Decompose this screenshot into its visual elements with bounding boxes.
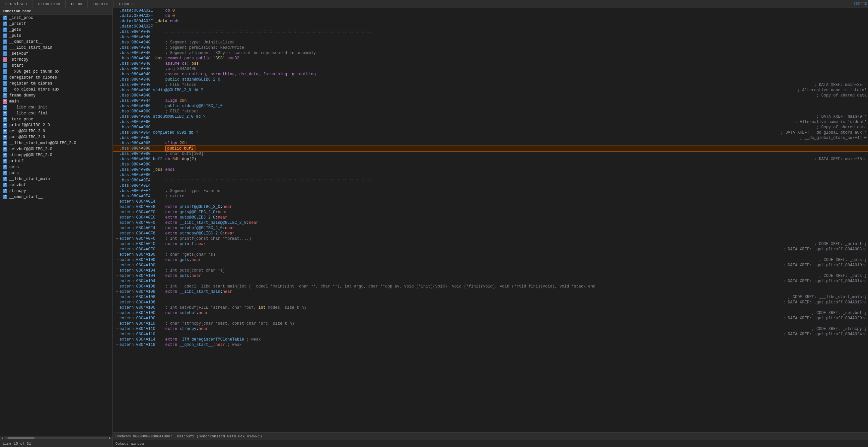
code-line: extern:0804A0FC; DATA XREF: .got.plt:off… <box>113 247 868 252</box>
line-address: .bss:0804A065 <box>119 140 163 146</box>
function-item[interactable]: fgets@@GLIBC_2.0 <box>0 128 113 134</box>
line-content: public stdin@@GLIBC_2_0 <box>165 77 867 82</box>
code-line: .data:0804A02Fdb 0 <box>113 13 868 19</box>
code-line: .bss:0804A060public stdout@@GLIBC_2_0 <box>113 103 868 109</box>
code-line: extern:0804A110; char *strncpy(char *des… <box>113 321 868 326</box>
line-address: .data:0804A02F <box>119 24 163 29</box>
panel-scrollbar[interactable]: ◀ ▶ <box>0 436 113 440</box>
function-list[interactable]: f_init_procf_printff_getsf_putsf__qmon_s… <box>0 15 113 436</box>
function-label: __x86_get_pc_thunk_bx <box>9 69 59 74</box>
tab-structures[interactable]: Structures <box>33 0 66 8</box>
line-content: ; char *strncpy(char *dest, const char *… <box>165 321 867 326</box>
line-address: extern:0804A0EC <box>119 215 163 220</box>
line-comment: ; DATA XREF: main+9↑r <box>816 114 867 119</box>
code-line: .bss:0804A080 buf2db 64h dup(?); DATA XR… <box>113 157 868 162</box>
function-item[interactable]: f___libc_csu_fini <box>0 110 113 117</box>
function-item[interactable]: fsetvbuf@@GLIBC_2.0 <box>0 146 113 152</box>
code-line: →extern:0804A10Cextrn setvbuf:near; CODE… <box>113 310 868 316</box>
code-line: .bss:0804A0E4; :::::::::::::::::::::::::… <box>113 178 868 183</box>
line-content: extrn puts@@GLIBC_2_0:near <box>165 215 867 220</box>
left-status: Line 15 of 31 <box>0 440 113 447</box>
code-line: .data:0804A02F _dataends <box>113 19 868 24</box>
function-item[interactable]: f_strncpy <box>0 57 113 63</box>
function-item[interactable]: fregister_tm_clones <box>0 81 113 87</box>
line-content: ; char buf2[100] <box>165 151 867 157</box>
line-comment: ; CODE XREF: _gets↑j <box>819 257 867 263</box>
line-address: extern:0804A104 <box>119 268 163 273</box>
tab-enums[interactable]: Enums <box>66 0 88 8</box>
function-item[interactable]: f__libc_start_main@@GLIBC_2.0 <box>0 140 113 146</box>
code-line: .bss:0804A040; FILE *stdin; DATA XREF: m… <box>113 82 868 88</box>
function-item[interactable]: f__qmon_start__ <box>0 39 113 45</box>
line-content: ; Segment type: Uninitialized <box>165 40 867 45</box>
code-line: .bss:0804A040assume es:nothing, ss:nothi… <box>113 72 868 77</box>
line-content: ; int setvbuf(FILE *stream, char *buf, i… <box>165 305 867 310</box>
code-line: extern:0804A0F0extrn __libc_start_main@@… <box>113 220 868 225</box>
function-item[interactable]: f_puts <box>0 33 113 39</box>
line-content: extrn gets:near <box>165 257 812 263</box>
line-address: .bss:0804A040 <box>119 72 163 77</box>
function-item[interactable]: f__libc_start_main <box>0 176 113 182</box>
tab-exports[interactable]: Exports <box>114 0 140 8</box>
function-item[interactable]: f_gets <box>0 27 113 33</box>
function-item[interactable]: f_setvbuf <box>0 51 113 57</box>
function-item[interactable]: fputs@@GLIBC_2.0 <box>0 134 113 140</box>
line-address: .bss:0804A040 <box>119 34 163 40</box>
line-content: align 20h <box>165 140 867 146</box>
function-item[interactable]: fprintf <box>0 158 113 164</box>
function-label: printf <box>9 159 24 163</box>
scroll-thumb[interactable] <box>8 437 34 439</box>
line-content: assume es:nothing, ss:nothing, ds:_data,… <box>165 72 867 77</box>
code-line: .bss:0804A040; Segment alignment `32byte… <box>113 51 868 56</box>
function-item[interactable]: fframe_dummy <box>0 93 113 98</box>
line-address: .bss:0804A060 <box>119 119 163 125</box>
line-address: extern:0804A0F8 <box>119 231 163 236</box>
function-item[interactable]: fsetvbuf <box>0 182 113 188</box>
function-item[interactable]: f_start <box>0 63 113 69</box>
line-comment: ; DATA XREF: __do_global_dtors_aux↑r <box>781 130 867 135</box>
line-address: extern:0804A108 <box>119 294 163 300</box>
scroll-right-arrow[interactable]: ▶ <box>109 436 111 440</box>
line-address: .bss:0804A0E4 <box>119 188 163 194</box>
function-icon: f <box>3 117 7 122</box>
function-item[interactable]: fputs <box>0 170 113 176</box>
function-item[interactable]: f__do_qlobal_dtors_aux <box>0 87 113 93</box>
line-address: extern:0804A104 <box>119 273 163 279</box>
line-content: extrn __qmon_start__:near ; weak <box>165 342 867 348</box>
function-item[interactable]: f__qmon_start__ <box>0 194 113 200</box>
function-item[interactable]: fgets <box>0 164 113 170</box>
line-comment: ; DATA XREF: .got.plt:off_804A00C↑o <box>783 247 867 252</box>
line-address: .bss:0804A040 <box>119 61 163 66</box>
function-icon: f <box>3 135 7 139</box>
line-content: ; int printf(const char *format,...) <box>165 236 867 242</box>
code-line: .bss:0804A080 _bssends <box>113 167 868 172</box>
function-icon: f <box>3 189 7 193</box>
scroll-track[interactable] <box>5 437 108 439</box>
code-line: extern:0804A104; int puts(const char *s) <box>113 268 868 273</box>
function-label: strncpy <box>9 189 26 193</box>
line-content: ; Segment alignment `32byte` can not be … <box>165 51 867 56</box>
function-item[interactable]: f_term_proc <box>0 117 113 122</box>
tab-imports[interactable]: Imports <box>88 0 114 8</box>
function-item[interactable]: f___libc_start_main <box>0 45 113 51</box>
function-item[interactable]: f_printf <box>0 21 113 27</box>
line-content: ; char *gets(char *s) <box>165 252 867 257</box>
scroll-left-arrow[interactable]: ◀ <box>1 436 3 440</box>
function-item[interactable]: fstrncpy <box>0 188 113 194</box>
tab-hex-view[interactable]: Hex View 1 <box>0 0 33 8</box>
line-comment: ; Alternative name is 'stdout' <box>795 119 867 125</box>
function-item[interactable]: fstrncpy@@GLIBC_2.0 <box>0 152 113 158</box>
function-label: ___libc_start_main <box>9 45 53 50</box>
function-item[interactable]: fprintf@@GLIBC_2.0 <box>0 122 113 128</box>
code-line: .bss:0804A040 _bsssegment para public 'B… <box>113 56 868 61</box>
code-line: extern:0804A0F8extrn strncpy@@GLIBC_2_0:… <box>113 231 868 236</box>
function-item[interactable]: f__x86_get_pc_thunk_bx <box>0 69 113 74</box>
function-item[interactable]: f___libc_csu_init <box>0 104 113 110</box>
function-item[interactable]: fmain <box>0 98 113 104</box>
line-address: .bss:0804A064 completed_6591 db ? <box>119 130 198 135</box>
line-address: extern:0804A100 <box>119 252 163 257</box>
function-item[interactable]: f_init_proc <box>0 15 113 21</box>
line-content: db 64h dup(?) <box>165 157 808 162</box>
code-view[interactable]: .data:0804A02Edb 0.data:0804A02Fdb 0.dat… <box>113 8 868 433</box>
function-item[interactable]: fderegister_tm_clones <box>0 74 113 81</box>
